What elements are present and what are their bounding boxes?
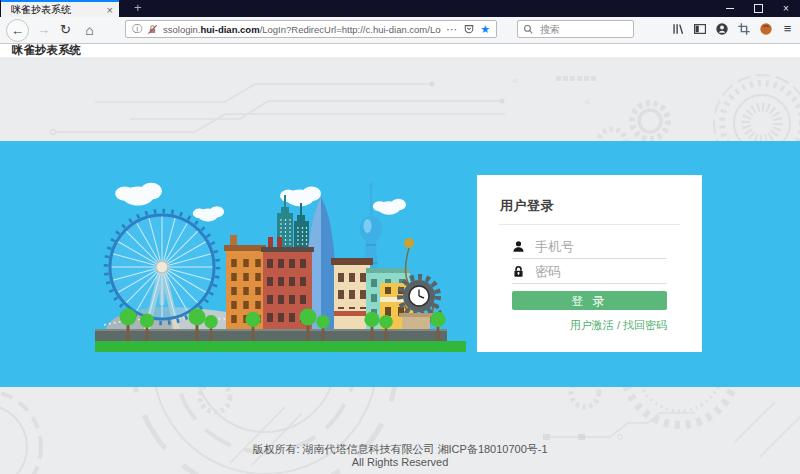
top-decoration: ««: [0, 57, 800, 141]
account-links[interactable]: 用户激活 / 找回密码: [512, 318, 667, 333]
url-text: ssologin.hui-dian.com/LogIn?RedirecUrl=h…: [163, 24, 441, 35]
page-header: 咪雀抄表系统: [0, 44, 800, 57]
info-icon[interactable]: ⓘ: [132, 22, 142, 36]
phone-input[interactable]: [533, 238, 667, 255]
navigation-toolbar: ← → ↻ ⌂ ⓘ ssologin.hui-dian.com/LogIn?Re…: [0, 17, 800, 44]
tab-title: 咪雀抄表系统: [1, 3, 101, 17]
person-icon: [512, 240, 525, 253]
extension-icon[interactable]: [758, 21, 773, 36]
pocket-icon[interactable]: [463, 23, 475, 35]
url-bar[interactable]: ⓘ ssologin.hui-dian.com/LogIn?RedirecUrl…: [125, 20, 497, 38]
circuit-decoration-top: ««: [0, 57, 800, 141]
title-bar: 咪雀抄表系统 × + ×: [0, 0, 800, 17]
account-icon[interactable]: [714, 21, 729, 36]
site-logo: 咪雀抄表系统: [12, 44, 81, 57]
divider: [499, 224, 680, 225]
search-icon: [523, 24, 534, 35]
menu-icon[interactable]: ≡: [780, 21, 795, 36]
new-tab-button[interactable]: +: [126, 0, 150, 17]
window-controls: ×: [716, 0, 800, 17]
maximize-icon: [754, 4, 763, 13]
page-actions-icon[interactable]: ⋯: [446, 23, 458, 36]
search-input[interactable]: [538, 23, 628, 36]
footer-copyright: 版权所有: 湖南代塔信息科技有限公司 湘ICP备18010700号-1: [0, 443, 800, 456]
back-button[interactable]: ←: [6, 19, 29, 42]
svg-text:«: «: [584, 95, 590, 107]
svg-text:«: «: [512, 74, 518, 86]
close-button[interactable]: ×: [772, 0, 800, 17]
reload-button[interactable]: ↻: [55, 19, 76, 40]
minimize-button[interactable]: [716, 0, 744, 17]
url-prefix: ssologin.: [163, 24, 201, 35]
lock-icon: [512, 265, 525, 278]
home-button[interactable]: ⌂: [79, 19, 100, 40]
grass: [95, 341, 466, 352]
orange-building: [224, 235, 266, 329]
password-field-row: [512, 259, 667, 284]
library-icon[interactable]: [670, 21, 685, 36]
screenshot-crop-icon[interactable]: [736, 21, 751, 36]
phone-field-row: [512, 234, 667, 259]
login-button[interactable]: 登 录: [512, 291, 667, 310]
login-card: 用户登录 登 录 用户激活 / 找回密码: [477, 175, 702, 352]
minimize-icon: [726, 8, 734, 9]
password-input[interactable]: [533, 263, 667, 280]
login-title: 用户登录: [500, 197, 702, 215]
bottom-section: 版权所有: 湖南代塔信息科技有限公司 湘ICP备18010700号-1 All …: [0, 387, 800, 474]
tab-close-icon[interactable]: ×: [101, 4, 119, 16]
url-path: /LogIn?RedirecUrl=http://c.hui-dian.com/…: [260, 24, 442, 35]
forward-button[interactable]: →: [33, 19, 54, 40]
search-bar[interactable]: [517, 20, 634, 38]
maximize-button[interactable]: [744, 0, 772, 17]
insecure-lock-icon: [147, 24, 158, 35]
footer-rights: All Rights Reserved: [0, 456, 800, 469]
url-domain: hui-dian.com: [201, 24, 260, 35]
bookmark-star-icon[interactable]: ★: [480, 23, 490, 36]
browser-tab[interactable]: 咪雀抄表系统 ×: [1, 0, 119, 17]
hero-band: 用户登录 登 录 用户激活 / 找回密码: [0, 141, 800, 387]
footer: 版权所有: 湖南代塔信息科技有限公司 湘ICP备18010700号-1 All …: [0, 443, 800, 469]
city-illustration: [0, 141, 480, 387]
sidebar-icon[interactable]: [692, 21, 707, 36]
